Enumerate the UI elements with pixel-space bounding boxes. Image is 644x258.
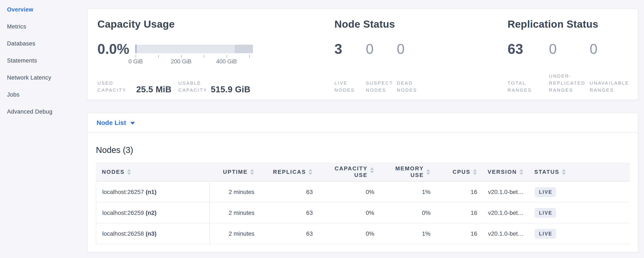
sidebar-item-metrics[interactable]: Metrics [7,22,87,31]
table-row-node-1: localhost:26257(n1) 2 minutes 63 0% 1% 1… [96,182,630,202]
column-header-status[interactable]: STATUS [530,169,631,175]
replication-values: 63 0 0 [508,38,629,60]
node-status-section: Node Status 3 0 0 LIVE NODES SUSPECT NOD… [334,19,508,99]
column-header-cpus[interactable]: CPUS [436,169,483,175]
replicas-cell: 63 [261,189,319,195]
version-cell: v20.1.0-bet… [484,209,530,216]
column-header-memory-use[interactable]: MEMORY USE [380,165,436,178]
node-address-link[interactable]: localhost:26259(n2) [96,202,210,223]
capacity-usage-body: 0.0% 0 GiB [98,38,334,60]
capacity-stats-row: USED CAPACITY 25.5 MiB USABLE CAPACITY 5… [98,66,334,94]
node-status-title: Node Status [334,19,508,30]
nodes-table-header: NODES UPTIME REPLICAS CAPACITY USE MEMOR… [96,163,630,182]
node-address-link[interactable]: localhost:26257(n1) [96,182,210,202]
node-address-link[interactable]: localhost:26258(n3) [96,223,210,244]
sort-icon [370,167,374,173]
column-header-nodes[interactable]: NODES [96,169,210,175]
nodes-table-section: Nodes (3) NODES UPTIME REPLICAS CAPACITY… [88,133,638,253]
table-row-node-2: localhost:26259(n2) 2 minutes 63 0% 0% 1… [96,202,630,223]
status-cell: LIVE [530,208,631,218]
node-id: (n2) [146,209,156,216]
dead-nodes-label: DEAD NODES [397,80,508,94]
capacity-bar [136,45,253,53]
cpus-cell: 16 [437,189,484,195]
capacity-usage-title: Capacity Usage [98,19,334,30]
unavailable-ranges-count: 0 [590,38,629,60]
sidebar-nav: Overview Metrics Databases Statements Ne… [0,0,87,258]
node-id: (n3) [146,230,156,237]
usable-capacity-value: 515.9 GiB [211,84,250,94]
sidebar-item-databases[interactable]: Databases [7,39,87,48]
suspect-nodes-count: 0 [366,38,397,60]
sort-icon [127,169,131,175]
under-replicated-ranges-label: UNDER- REPLICATED RANGES [549,73,590,94]
view-menu-row: Node List [88,113,638,133]
replication-status-title: Replication Status [508,19,629,30]
status-badge: LIVE [535,187,556,197]
caret-down-icon [130,122,135,125]
used-capacity-value: 25.5 MiB [136,84,172,94]
main-content: Capacity Usage 0.0% [87,0,638,252]
capacity-use-cell: 0% [319,189,381,195]
cpus-cell: 16 [437,230,484,237]
memory-use-cell: 0% [381,209,437,216]
under-replicated-ranges-count: 0 [549,38,590,60]
nodes-table-title: Nodes (3) [96,145,630,155]
uptime-cell: 2 minutes [210,209,261,216]
column-header-uptime[interactable]: UPTIME [210,169,260,175]
status-cell: LIVE [530,229,631,239]
total-ranges-label: TOTAL RANGES [508,80,549,94]
capacity-use-cell: 0% [319,209,381,216]
sort-icon [250,169,254,175]
node-list-dropdown[interactable]: Node List [96,119,135,126]
cluster-summary-card: Capacity Usage 0.0% [87,9,638,100]
version-cell: v20.1.0-bet… [484,230,530,237]
used-capacity-stat: USED CAPACITY 25.5 MiB [98,80,172,94]
replicas-cell: 63 [261,209,319,216]
usable-capacity-label: USABLE CAPACITY [178,80,211,94]
usable-capacity-stat: USABLE CAPACITY 515.9 GiB [178,80,250,94]
replication-labels: TOTAL RANGES UNDER- REPLICATED RANGES UN… [508,66,629,94]
memory-use-cell: 1% [381,189,437,195]
version-cell: v20.1.0-bet… [484,189,530,195]
column-header-version[interactable]: VERSION [483,169,530,175]
dead-nodes-count: 0 [397,38,508,60]
unavailable-ranges-label: UNAVAILABLE RANGES [590,80,629,94]
sidebar-item-network-latency[interactable]: Network Latency [7,73,87,82]
status-badge: LIVE [535,229,556,239]
total-ranges-count: 63 [508,38,549,60]
capacity-axis-ticks [136,53,253,58]
node-id: (n1) [146,189,156,195]
node-status-values: 3 0 0 [334,38,508,60]
capacity-use-cell: 0% [319,230,381,237]
axis-label-400: 400 GiB [216,58,237,65]
live-nodes-label: LIVE NODES [334,80,366,94]
replication-status-section: Replication Status 63 0 0 TOTAL RANGES U… [508,19,629,99]
sidebar-item-jobs[interactable]: Jobs [7,90,87,99]
uptime-cell: 2 minutes [210,189,261,195]
memory-use-cell: 1% [381,230,437,237]
uptime-cell: 2 minutes [210,230,261,237]
live-nodes-count: 3 [334,38,366,60]
used-capacity-label: USED CAPACITY [98,80,136,94]
capacity-axis-labels: 0 GiB 200 GiB 400 GiB [136,58,253,64]
sidebar-item-overview[interactable]: Overview [7,5,87,14]
sidebar-item-statements[interactable]: Statements [7,56,87,65]
status-cell: LIVE [530,187,631,197]
suspect-nodes-label: SUSPECT NODES [366,80,397,94]
capacity-usage-section: Capacity Usage 0.0% [98,19,334,99]
column-header-replicas[interactable]: REPLICAS [260,169,319,175]
sidebar-item-advanced-debug[interactable]: Advanced Debug [7,107,87,116]
sort-icon [562,169,566,175]
sort-icon [473,169,477,175]
capacity-bar-reserved-segment [235,45,253,53]
column-header-capacity-use[interactable]: CAPACITY USE [319,165,380,178]
status-badge: LIVE [535,208,556,218]
sort-icon [520,169,523,175]
axis-label-0: 0 GiB [128,58,143,65]
cpus-cell: 16 [437,209,484,216]
replicas-cell: 63 [261,230,319,237]
sort-icon [308,169,312,175]
capacity-bar-used-segment [136,45,136,53]
nodes-table: NODES UPTIME REPLICAS CAPACITY USE MEMOR… [96,163,630,244]
